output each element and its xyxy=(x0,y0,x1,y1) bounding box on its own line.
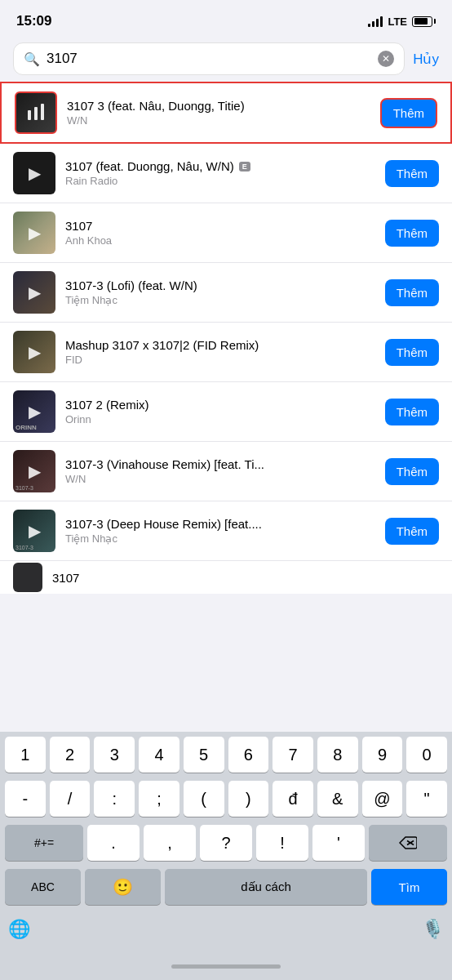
key-3[interactable]: 3 xyxy=(94,737,135,773)
key-slash[interactable]: / xyxy=(50,781,91,817)
song-artist: W/N xyxy=(67,114,370,127)
key-7[interactable]: 7 xyxy=(273,737,313,773)
keyboard-symbol-row: - / : ; ( ) đ & @ " xyxy=(0,776,452,820)
song-thumbnail: ▶ xyxy=(13,271,55,314)
home-indicator xyxy=(171,964,281,969)
play-icon: ▶ xyxy=(29,283,41,302)
key-5[interactable]: 5 xyxy=(184,737,224,773)
key-close-paren[interactable]: ) xyxy=(228,781,269,817)
song-title: 3107 3 (feat. Nâu, Duongg, Titie) xyxy=(67,99,370,113)
song-artist: Anh Khoa xyxy=(65,234,375,247)
key-d-stroke[interactable]: đ xyxy=(273,781,313,817)
status-bar: 15:09 LTE xyxy=(0,0,452,36)
key-8[interactable]: 8 xyxy=(317,737,358,773)
song-item: ▶ 3107-3 3107-3 (Deep House Remix) [feat… xyxy=(0,501,452,561)
key-6[interactable]: 6 xyxy=(228,737,269,773)
song-thumbnail xyxy=(15,91,57,134)
play-icon: ▶ xyxy=(29,402,41,421)
svg-rect-2 xyxy=(41,104,44,120)
song-title: 3107 xyxy=(52,571,439,585)
svg-rect-0 xyxy=(28,110,31,120)
song-info: 3107-3 (Lofi) (feat. W/N) Tiệm Nhạc xyxy=(65,278,375,306)
search-icon: 🔍 xyxy=(24,51,40,67)
play-icon: ▶ xyxy=(29,223,41,243)
song-artist: FID xyxy=(65,354,375,366)
search-input[interactable]: 3107 xyxy=(47,51,371,67)
key-space[interactable]: dấu cách xyxy=(165,869,367,905)
key-question[interactable]: ? xyxy=(200,825,252,861)
song-thumbnail: ▶ 3107-3 xyxy=(13,510,55,552)
song-info: 3107-3 (Vinahouse Remix) [feat. Ti... W/… xyxy=(65,457,375,485)
key-apostrophe[interactable]: ' xyxy=(312,825,365,861)
search-bar[interactable]: 🔍 3107 ✕ xyxy=(13,42,405,75)
key-2[interactable]: 2 xyxy=(50,737,91,773)
add-button[interactable]: Thêm xyxy=(385,279,439,306)
song-item: 3107 3 (feat. Nâu, Duongg, Titie) W/N Th… xyxy=(0,82,452,144)
song-title: 3107 xyxy=(65,219,375,233)
song-title: 3107-3 (Lofi) (feat. W/N) xyxy=(65,278,375,292)
keyboard-special-row: #+= . , ? ! ' xyxy=(0,820,452,864)
song-item: ▶ 3107 Anh Khoa Thêm xyxy=(0,203,452,263)
search-container: 🔍 3107 ✕ Hủy xyxy=(0,36,452,82)
song-info: 3107-3 (Deep House Remix) [feat.... Tiệm… xyxy=(65,517,375,545)
song-thumbnail xyxy=(13,563,42,592)
key-1[interactable]: 1 xyxy=(5,737,46,773)
search-clear-button[interactable]: ✕ xyxy=(378,51,394,67)
key-globe[interactable]: 🌐 xyxy=(8,911,30,947)
key-at[interactable]: @ xyxy=(362,781,403,817)
lte-label: LTE xyxy=(388,16,407,28)
key-0[interactable]: 0 xyxy=(406,737,447,773)
song-thumbnail: ▶ xyxy=(13,152,55,194)
key-semicolon[interactable]: ; xyxy=(139,781,179,817)
song-artist: Rain Radio xyxy=(65,175,375,187)
song-title: Mashup 3107 x 3107|2 (FID Remix) xyxy=(65,338,375,352)
key-9[interactable]: 9 xyxy=(362,737,403,773)
status-time: 15:09 xyxy=(16,13,51,29)
key-mic[interactable]: 🎙️ xyxy=(422,911,444,947)
battery-icon xyxy=(412,16,436,27)
keyboard: 1 2 3 4 5 6 7 8 9 0 - / : ; ( ) đ & @ " … xyxy=(0,732,452,980)
signal-icon xyxy=(368,16,383,27)
key-4[interactable]: 4 xyxy=(139,737,179,773)
play-icon: ▶ xyxy=(29,461,41,481)
key-abc[interactable]: ABC xyxy=(5,869,81,905)
key-quote[interactable]: " xyxy=(406,781,447,817)
song-title: 3107 2 (Remix) xyxy=(65,398,375,412)
add-button[interactable]: Thêm xyxy=(385,220,439,247)
add-button[interactable]: Thêm xyxy=(385,518,439,545)
key-colon[interactable]: : xyxy=(94,781,135,817)
key-minus[interactable]: - xyxy=(5,781,46,817)
song-info: 3107 xyxy=(52,571,439,585)
key-exclaim[interactable]: ! xyxy=(256,825,308,861)
song-title: 3107-3 (Deep House Remix) [feat.... xyxy=(65,517,375,531)
song-info: 3107 2 (Remix) Orinn xyxy=(65,398,375,425)
song-info: 3107 3 (feat. Nâu, Duongg, Titie) W/N xyxy=(67,99,370,127)
delete-key[interactable] xyxy=(369,825,447,861)
key-period[interactable]: . xyxy=(87,825,140,861)
add-button[interactable]: Thêm xyxy=(385,339,439,366)
main-content: 🔍 3107 ✕ Hủy 3107 3 (feat. Nâu, Duongg, … xyxy=(0,36,452,831)
song-info: Mashup 3107 x 3107|2 (FID Remix) FID xyxy=(65,338,375,366)
keyboard-gesture-row: 🌐 🎙️ xyxy=(0,908,452,952)
key-search[interactable]: Tìm xyxy=(371,869,447,905)
key-comma[interactable]: , xyxy=(144,825,196,861)
key-hash-plus-equals[interactable]: #+= xyxy=(5,825,83,861)
add-button[interactable]: Thêm xyxy=(385,458,439,485)
song-artist: Tiệm Nhạc xyxy=(65,532,375,545)
key-emoji[interactable]: 🙂 xyxy=(85,869,161,905)
status-icons: LTE xyxy=(368,16,436,28)
add-button[interactable]: Thêm xyxy=(385,160,439,187)
play-icon: ▶ xyxy=(29,163,41,183)
cancel-button[interactable]: Hủy xyxy=(413,51,439,68)
key-ampersand[interactable]: & xyxy=(317,781,358,817)
key-open-paren[interactable]: ( xyxy=(184,781,224,817)
song-list: 3107 3 (feat. Nâu, Duongg, Titie) W/N Th… xyxy=(0,82,452,594)
song-thumbnail: ▶ xyxy=(13,331,55,373)
keyboard-bottom-row: ABC 🙂 dấu cách Tìm xyxy=(0,864,452,908)
add-button[interactable]: Thêm xyxy=(380,98,437,128)
song-item: ▶ Mashup 3107 x 3107|2 (FID Remix) FID T… xyxy=(0,323,452,382)
song-item: ▶ 3107 (feat. Duongg, Nâu, W/N) E Rain R… xyxy=(0,144,452,203)
song-thumbnail: ▶ 3107-3 xyxy=(13,450,55,492)
song-thumbnail: ▶ xyxy=(13,212,55,254)
add-button[interactable]: Thêm xyxy=(385,399,439,425)
